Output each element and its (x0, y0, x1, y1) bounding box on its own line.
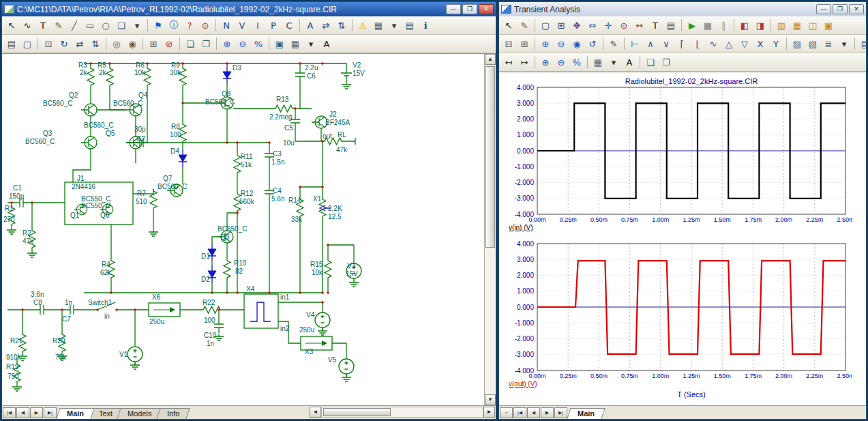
wire-mode-icon[interactable]: ✎ (51, 18, 66, 33)
maximize-button[interactable]: ❐ (462, 4, 477, 14)
conditions-icon[interactable]: C (282, 18, 297, 33)
paste-icon[interactable]: ❐ (198, 36, 213, 51)
erc-warning-icon[interactable]: ⚠ (355, 18, 370, 33)
minimize-button[interactable]: — (446, 4, 461, 14)
text-mode-icon[interactable]: T (35, 18, 50, 33)
currents-icon[interactable]: I (250, 18, 265, 33)
scroll-down-button[interactable]: ▼ (485, 394, 496, 405)
grid-dropdown-icon[interactable]: ▾ (387, 18, 402, 33)
low-icon[interactable]: ⌊ (690, 36, 705, 51)
copy-page-icon[interactable]: ❐ (659, 55, 674, 70)
flip-horizontal-icon[interactable]: ⇄ (318, 18, 333, 33)
picture-icon[interactable]: ▣ (272, 36, 287, 51)
series-label[interactable]: v(out) (V) (509, 380, 537, 388)
box-tool-icon[interactable]: ⊡ (41, 36, 56, 51)
plot-vin[interactable]: Radiolubitel_1992-02_2kHz-square.CIR4.00… (505, 76, 863, 237)
ellipse-mode-icon[interactable]: ○ (98, 18, 113, 33)
page-nav-button[interactable]: ▶ (541, 407, 554, 418)
cursor-mode-icon[interactable]: ✛ (601, 18, 616, 33)
minimize-button[interactable]: — (816, 4, 831, 14)
global-low-icon[interactable]: ▽ (737, 36, 752, 51)
picture-file-icon[interactable]: ❏ (114, 18, 129, 33)
select-mode-icon[interactable]: ↖ (4, 18, 19, 33)
mode-dropdown-icon[interactable]: ▾ (130, 18, 145, 33)
go-to-x-icon[interactable]: X (753, 36, 768, 51)
zoom-out-icon[interactable]: ⊖ (235, 36, 250, 51)
align-cursor-right-icon[interactable]: ↦ (517, 55, 532, 70)
mirror-vertical-icon[interactable]: ⇅ (88, 36, 103, 51)
find-next-icon[interactable]: ◉ (125, 36, 140, 51)
font-icon[interactable]: A (622, 55, 637, 70)
next-data-point-icon[interactable]: ⊢ (627, 36, 642, 51)
help-mode-icon[interactable]: ? (182, 18, 197, 33)
vertical-scrollbar[interactable]: ▲ ▼ (484, 54, 496, 405)
horizontal-tag-mode-icon[interactable]: ↔ (632, 18, 647, 33)
autoscale-icon[interactable]: ◉ (569, 36, 584, 51)
help-topics-icon[interactable]: ℹ (418, 18, 433, 33)
flag-mode-icon[interactable]: ⚑ (151, 18, 166, 33)
page-nav-button[interactable]: |◀ (513, 407, 526, 418)
vertical-scroll-track[interactable] (485, 65, 496, 394)
tab-main[interactable]: Main (567, 408, 605, 419)
waveform-buffer-icon[interactable]: ▤ (858, 36, 866, 51)
tab-info[interactable]: Info (156, 408, 190, 419)
maximize-button[interactable]: ❐ (833, 4, 848, 14)
schematic-titlebar[interactable]: C:\MC11\DATA\Petrov\RIAA\Petrov_RL1992-0… (2, 2, 496, 16)
restore-scale-icon[interactable]: ↺ (585, 36, 600, 51)
grid-mode-dropdown-icon[interactable]: ▾ (303, 36, 318, 51)
grid-options-dropdown-icon[interactable]: ▾ (606, 55, 621, 70)
close-button[interactable]: ✕ (849, 4, 864, 14)
go-to-y-icon[interactable]: Y (768, 36, 783, 51)
find-icon[interactable]: ◎ (109, 36, 124, 51)
plot-properties-icon[interactable]: ▤ (663, 18, 678, 33)
split-horizontal-icon[interactable]: ⊟ (501, 36, 516, 51)
node-numbers-icon[interactable]: N (219, 18, 234, 33)
zoom-percent-icon[interactable]: % (251, 36, 266, 51)
cursor-right-icon[interactable]: ◨ (753, 18, 768, 33)
page-nav-button[interactable]: ◀ (527, 407, 540, 418)
scale-mode-icon[interactable]: ⇔ (585, 18, 600, 33)
zoom-window-icon[interactable]: ▢ (538, 18, 553, 33)
plot-group-dropdown-icon[interactable]: ▾ (837, 36, 852, 51)
select-region-icon[interactable]: ▢ (20, 36, 35, 51)
disable-icon[interactable]: ⊘ (162, 36, 177, 51)
page-nav-button[interactable]: |◀ (3, 407, 16, 418)
hatch-upper-icon[interactable]: ▨ (790, 36, 805, 51)
pan-mode-icon[interactable]: ✥ (569, 18, 584, 33)
page-nav-button[interactable]: ▶ (30, 407, 43, 418)
horizontal-scrollbar[interactable]: ◄ ► (310, 406, 495, 418)
zoom-out-circle-icon[interactable]: ⊖ (554, 36, 569, 51)
peak-icon[interactable]: ∧ (643, 36, 658, 51)
rotate-icon[interactable]: ↻ (57, 36, 72, 51)
point-tag-mode-icon[interactable]: ⊙ (198, 18, 213, 33)
tab-models[interactable]: Models (117, 408, 163, 419)
zoom-percent-icon[interactable]: % (569, 55, 584, 70)
horizontal-scroll-thumb[interactable] (323, 408, 391, 416)
sheet-properties-icon[interactable]: ▤ (4, 36, 19, 51)
collapse-button[interactable]: − (500, 407, 513, 418)
copy-icon[interactable]: ❏ (183, 36, 198, 51)
point-tag-mode-icon[interactable]: ⊙ (616, 18, 631, 33)
page-nav-button[interactable]: ▶| (44, 407, 57, 418)
grid-options-icon[interactable]: ▦ (590, 55, 605, 70)
zoom-in-icon[interactable]: ⊕ (220, 36, 235, 51)
global-high-icon[interactable]: △ (721, 36, 736, 51)
series-label[interactable]: v(in) (V) (509, 224, 533, 231)
zoom-out-tool-icon[interactable]: ⊖ (554, 55, 569, 70)
stacked-plots-icon[interactable]: ≣ (821, 36, 836, 51)
new-page-icon[interactable]: ▤ (402, 18, 417, 33)
text-mode-icon[interactable]: T (648, 18, 663, 33)
step-box-icon[interactable]: ⊞ (146, 36, 161, 51)
node-voltages-icon[interactable]: V (235, 18, 250, 33)
close-button[interactable]: ✕ (479, 4, 494, 14)
grid-icon[interactable]: ▦ (371, 18, 386, 33)
font-icon[interactable]: A (319, 36, 334, 51)
align-cursor-left-icon[interactable]: ↤ (501, 55, 516, 70)
scroll-right-button[interactable]: ► (483, 407, 495, 418)
plot-vout[interactable]: 4.0003.0002.0001.0000.000-1.000-2.000-3.… (505, 238, 863, 402)
data-points-icon[interactable]: ▦ (790, 18, 805, 33)
split-vertical-icon[interactable]: ⊞ (517, 36, 532, 51)
grid-mode-icon[interactable]: ▦ (288, 36, 303, 51)
flip-vertical-icon[interactable]: ⇅ (334, 18, 349, 33)
select-mode-icon[interactable]: ↖ (501, 18, 516, 33)
